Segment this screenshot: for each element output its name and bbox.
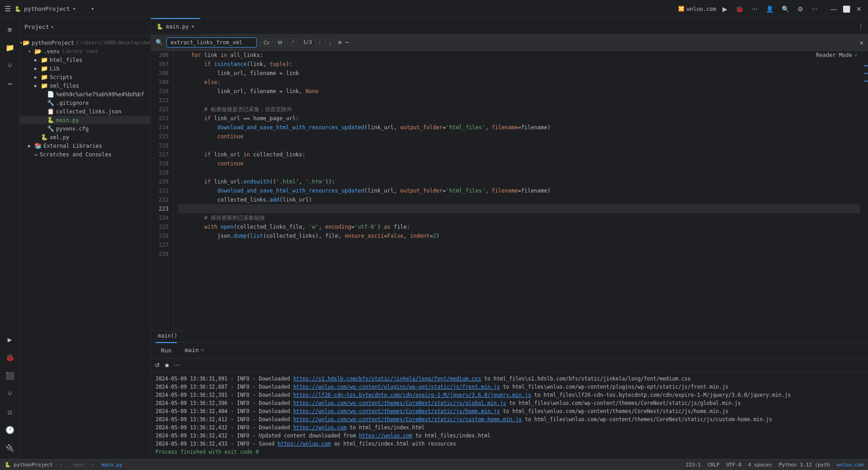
panel-content[interactable]: 2024-05-09 13:36:31,991 - INFO - Downloa…	[151, 372, 868, 459]
more-button[interactable]: ⋯	[810, 4, 820, 14]
panel-more-btn[interactable]: ⋯	[172, 360, 181, 370]
status-venv: .venv	[70, 462, 85, 468]
search-button[interactable]: 🔍	[780, 4, 791, 14]
project-name[interactable]: pythonProject	[24, 5, 70, 12]
status-linesep[interactable]: CRLF	[708, 462, 720, 468]
debug-button[interactable]: 🐞	[734, 4, 745, 14]
icon-bar-item-plugins[interactable]: 🔌	[2, 440, 18, 456]
find-case-btn[interactable]: Cc	[260, 38, 273, 47]
reader-mode-label: Reader Mode	[816, 52, 852, 58]
sidebar-item-gitignore[interactable]: 🔧 .gitignore	[20, 99, 151, 107]
icon-bar-item-terminal[interactable]: ⬛	[2, 367, 18, 384]
icon-bar-item-project[interactable]: 📁	[2, 39, 18, 56]
hamburger-icon[interactable]: ☰	[5, 5, 11, 13]
find-filter-icon[interactable]: ≡	[338, 39, 342, 46]
code-line: link_url, filename = link, None	[178, 87, 860, 96]
code-scrollbar[interactable]	[864, 51, 868, 331]
titlebar: ☰ 🐍 pythonProject ▾ ▾ 🔀 wnluo.com ▶ 🐞 ⋯ …	[0, 0, 868, 18]
close-button[interactable]: ✕	[854, 4, 863, 14]
status-indent[interactable]: 4 spaces	[748, 462, 772, 468]
icon-bar-item-history[interactable]: 🕐	[2, 422, 18, 438]
sidebar-item-lib[interactable]: ▶ 📁 Lib	[20, 64, 151, 73]
status-project[interactable]: 🐍 pythonProject	[5, 462, 53, 468]
tree-arrow: ▾	[28, 49, 34, 54]
icon-bar-item-git2[interactable]: ⑂	[2, 385, 18, 402]
run-button[interactable]: ▶	[721, 4, 729, 14]
icon-bar-item-run[interactable]: ▶	[2, 331, 18, 348]
tree-arrow: ▶	[34, 66, 41, 71]
tree-label: pyvenv.cfg	[56, 126, 89, 132]
more-run-button[interactable]: ⋯	[750, 4, 760, 14]
sidebar-item-collected-links[interactable]: 📋 collected_links.json	[20, 107, 151, 116]
status-mainpy: main.py	[101, 462, 122, 468]
find-more-icon[interactable]: ⋯	[345, 39, 349, 46]
folder-icon: 📁	[41, 56, 48, 63]
find-prev-btn[interactable]: ↑	[316, 38, 325, 47]
icon-bar: ≡ 📁 ⑂ ⋯ ▶ 🐞 ⬛ ⑂ ☑ 🕐 🔌	[0, 18, 20, 459]
icon-bar-item-dots[interactable]: ⋯	[2, 75, 18, 92]
panel-tab-main[interactable]: main ✕	[179, 342, 209, 358]
account-button[interactable]: 👤	[764, 4, 775, 14]
run-branch[interactable]: 🔀 wnluo.com	[678, 6, 716, 12]
sidebar-item-venv[interactable]: ▾ 📂 .venv library root	[20, 47, 151, 56]
sidebar-item-pyvenv[interactable]: 🔧 pyvenv.cfg	[20, 124, 151, 133]
find-word-btn[interactable]: W	[274, 38, 285, 47]
log-line: 2024-05-09 13:36:32,087 - INFO - Downloa…	[156, 383, 863, 391]
status-position[interactable]: 223:1	[686, 462, 701, 468]
log-line: 2024-05-09 13:36:32,404 - INFO - Downloa…	[156, 407, 863, 415]
log-url[interactable]: https://wnluo.com/wp-content/themes/Core…	[293, 408, 500, 414]
log-url[interactable]: https://wnluo.com/wp-content/themes/Core…	[293, 416, 522, 423]
log-url[interactable]: https://wnluo.com/wp-content/themes/Core…	[293, 400, 506, 406]
log-url[interactable]: https://wnluo.com	[359, 432, 412, 439]
find-close-button[interactable]: ✕	[860, 39, 863, 46]
tab-close-button[interactable]: ✕	[192, 24, 195, 29]
folder-icon: 📂	[23, 39, 30, 46]
log-url[interactable]: https://wnluo.com/wp-content/plugins/wp-…	[293, 384, 500, 390]
app-logo: 🐍 pythonProject ▾	[14, 5, 75, 12]
find-regex-btn[interactable]: .*	[288, 38, 297, 47]
sidebar-item-scratches[interactable]: ✏️ Scratches and Consoles	[20, 150, 151, 159]
panel-tab-run[interactable]: Run	[156, 342, 177, 358]
reader-mode-bar[interactable]: Reader Mode ✓	[812, 51, 861, 60]
status-branch[interactable]: wnluo.com	[836, 462, 863, 468]
panel-rerun-btn[interactable]: ↺	[153, 360, 161, 370]
panel-tab-close[interactable]: ✕	[201, 347, 204, 353]
code-line: with open(collected_links_file, 'w', enc…	[178, 222, 860, 231]
project-chevron[interactable]: ▾	[73, 6, 76, 12]
find-input[interactable]	[166, 38, 257, 47]
status-python[interactable]: Python 3.12 (pyth	[779, 462, 830, 468]
log-url[interactable]: https://wnluo.com	[278, 441, 331, 447]
icon-bar-item-todo[interactable]: ☑	[2, 404, 18, 420]
code-scroll[interactable]: 2062072082092102112122132142152162172182…	[151, 51, 864, 331]
icon-bar-item-debug[interactable]: 🐞	[2, 349, 18, 366]
find-nav: ↑ ↓	[316, 38, 335, 47]
icon-bar-item-git[interactable]: ⑂	[2, 57, 18, 74]
minimize-button[interactable]: —	[829, 4, 839, 14]
log-url[interactable]: https://s1.hdslb.com/bfs/static/jinkela/…	[293, 376, 481, 382]
tree-label: html_files	[50, 57, 82, 63]
code-line: collected_links.add(link_url)	[178, 195, 860, 204]
tab-more-button[interactable]: ⋮	[854, 23, 868, 29]
log-url[interactable]: https://wnluo.com	[293, 424, 347, 431]
sidebar-item-pythonproject[interactable]: ▾ 📂 pythonProject C:\Users\YGRB\Desktop\…	[20, 38, 151, 47]
settings-button[interactable]: ⚙	[796, 4, 805, 14]
panel-stop-btn[interactable]: ■	[164, 360, 170, 370]
sidebar-item-main-py[interactable]: 🐍 main.py	[20, 116, 151, 124]
status-encoding[interactable]: UTF-8	[726, 462, 741, 468]
find-next-btn[interactable]: ↓	[326, 38, 335, 47]
sidebar: Project ▾ ▾ 📂 pythonProject C:\Users\YGR…	[20, 18, 151, 459]
tab-main-py[interactable]: 🐍 main.py ✕	[151, 18, 200, 34]
sidebar-item-scripts[interactable]: ▶ 📁 Scripts	[20, 73, 151, 81]
sidebar-item-encoded[interactable]: 📄 %e6%9c%ac%e7%ab%99%e4%bd%bf	[20, 90, 151, 99]
sidebar-item-html-files[interactable]: ▶ 📁 html_files	[20, 56, 151, 64]
sidebar-item-xml-files[interactable]: ▶ 📁 xml_files	[20, 81, 151, 90]
sidebar-item-xml-py[interactable]: 🐍 xml.py	[20, 133, 151, 141]
config-icon: 🔧	[47, 125, 54, 132]
icon-bar-item-menu[interactable]: ≡	[2, 21, 18, 38]
log-url[interactable]: https://lf26-cdn-tos.bytecdntp.com/cdn/e…	[293, 392, 531, 398]
find-icon: 🔍	[156, 39, 163, 46]
reader-mode-check: ✓	[854, 52, 858, 58]
sidebar-item-external-libraries[interactable]: ▶ 📚 External Libraries	[20, 141, 151, 150]
maximize-button[interactable]: ⬜	[841, 4, 852, 14]
file-icon: 📄	[47, 91, 54, 98]
